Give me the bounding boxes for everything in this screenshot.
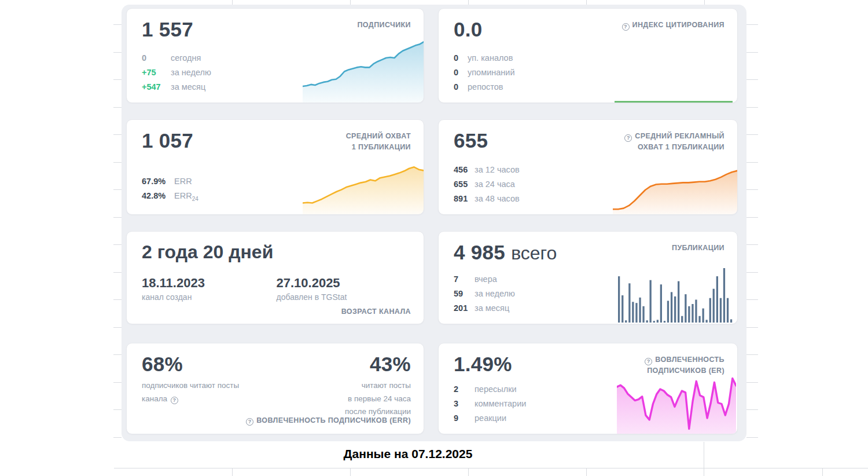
gridline [468,0,469,5]
publications-total-suffix: всего [511,243,557,263]
citation-stats: 0уп. каналов 0упоминаний 0репостов [454,51,724,94]
stat-value: 655 [454,177,475,192]
gridline [468,468,469,476]
gridline [114,468,868,468]
card-title-line: ?СРЕДНИЙ РЕКЛАМНЫЙ [624,131,724,142]
stat-row: 456за 12 часов [454,163,724,177]
stat-value: 2 [454,382,475,397]
stat-label: ERR24 [174,191,198,200]
stat-value: +547 [142,80,171,94]
stat-label: за месяц [171,82,205,91]
card-publications: 4 985 всего ПУБЛИКАЦИИ 7вчера 59за недел… [438,231,738,324]
date-added-label: добавлен в TGStat [277,292,411,302]
card-title-ad-reach: ?СРЕДНИЙ РЕКЛАМНЫЙ ОХВАТ 1 ПУБЛИКАЦИИ [624,131,724,153]
date-added-value: 27.10.2025 [277,276,411,291]
gridline [232,468,233,476]
stat-value: 9 [454,411,475,426]
gridline [113,217,122,218]
card-title-line: ОХВАТ 1 ПУБЛИКАЦИИ [624,142,724,153]
stat-label: за 48 часов [475,194,520,203]
gridline [586,0,587,5]
stat-row: +75за неделю [142,65,411,80]
stat-row: 0репостов [454,80,724,94]
stat-row: 891за 48 часов [454,192,724,206]
card-title-err: ?ВОВЛЕЧЕННОСТЬ ПОДПИСЧИКОВ (ERR) [246,416,411,426]
help-icon[interactable]: ? [171,397,178,404]
stat-value: 3 [454,397,475,411]
gridline [746,107,758,108]
help-icon[interactable]: ? [645,358,652,365]
stat-row: 0уп. каналов [454,51,724,65]
stat-value: 0 [142,51,171,65]
gridline [704,0,705,5]
gridline [746,162,758,163]
gridline [746,409,758,410]
stat-label: реакции [475,413,506,423]
stat-value: 0 [454,65,468,80]
gridline [113,272,122,273]
stat-label: пересылки [475,385,517,394]
gridline [746,272,758,273]
dashboard-screenshot: 1 557 ПОДПИСЧИКИ 0сегодня +75за неделю +… [0,0,868,476]
gridline [746,327,758,328]
err-right: 43% читают посты в первые 24 часа после … [345,353,411,418]
gridline [113,299,122,300]
card-citation-index: 0.0 ?ИНДЕКС ЦИТИРОВАНИЯ 0уп. каналов 0уп… [438,8,738,103]
card-title-line: 1 ПУБЛИКАЦИИ [346,142,411,153]
gridline [350,468,351,476]
date-created: 18.11.2023 канал создан [142,276,277,302]
gridline [746,437,758,438]
stat-label: ERR [174,177,192,186]
gridline [113,437,122,438]
gridline [746,52,758,53]
help-icon[interactable]: ? [622,23,630,31]
gridline [232,0,233,5]
card-subscribers: 1 557 ПОДПИСЧИКИ 0сегодня +75за неделю +… [126,8,424,103]
stat-row: 9реакции [454,411,724,426]
gridline [746,217,758,218]
stat-value: 42.8% [142,189,174,203]
gridline [113,79,122,80]
stat-label: за 24 часа [475,180,515,189]
card-title-line: СРЕДНИЙ ОХВАТ [346,131,411,142]
gridline [113,107,122,108]
stat-label: упоминаний [468,68,515,77]
stat-row: 2пересылки [454,382,724,397]
stat-label: репостов [468,82,503,91]
stat-label: уп. каналов [468,53,513,63]
ad-reach-stats: 456за 12 часов 655за 24 часа 891за 48 ча… [454,163,724,206]
stat-row: 67.9%ERR [142,174,411,189]
gridline [746,134,758,135]
subscribers-stats: 0сегодня +75за неделю +547за месяц [142,51,411,94]
stat-value: 201 [454,301,475,316]
gridline [746,299,758,300]
err-columns: 68% подписчиков читают посты канала ? 43… [142,353,411,418]
gridline [113,409,122,410]
err-stats: 67.9%ERR 42.8%ERR24 [142,174,411,206]
gridline [746,382,758,383]
help-icon[interactable]: ? [246,418,253,426]
help-icon[interactable]: ? [624,134,632,142]
date-created-label: канал создан [142,292,277,302]
stat-label-subscript: 24 [192,196,198,202]
stat-row: +547за месяц [142,80,411,94]
stat-value: 67.9% [142,174,174,189]
err-right-value: 43% [345,353,411,376]
gridline [746,354,758,355]
gridline [746,79,758,80]
err-right-desc: читают посты в первые 24 часа после публ… [345,379,411,418]
date-created-value: 18.11.2023 [142,276,277,291]
err-left-desc: подписчиков читают посты канала ? [142,379,239,405]
card-title-subscribers: ПОДПИСЧИКИ [357,20,411,31]
err-left: 68% подписчиков читают посты канала ? [142,353,239,418]
card-avg-ad-reach: 655 ?СРЕДНИЙ РЕКЛАМНЫЙ ОХВАТ 1 ПУБЛИКАЦИ… [438,119,738,215]
stat-value: +75 [142,65,171,80]
gridline [746,189,758,190]
publications-stats: 7вчера 59за неделю 201за месяц [454,272,724,316]
gridline [113,24,122,25]
gridline [113,354,122,355]
card-title-er: ?ВОВЛЕЧЕННОСТЬ ПОДПИСЧИКОВ (ER) [645,354,724,377]
card-title-channel-age: ВОЗРАСТ КАНАЛА [341,307,411,316]
gridline [113,244,122,245]
card-avg-post-reach: 1 057 СРЕДНИЙ ОХВАТ 1 ПУБЛИКАЦИИ 67.9%ER… [126,119,424,215]
